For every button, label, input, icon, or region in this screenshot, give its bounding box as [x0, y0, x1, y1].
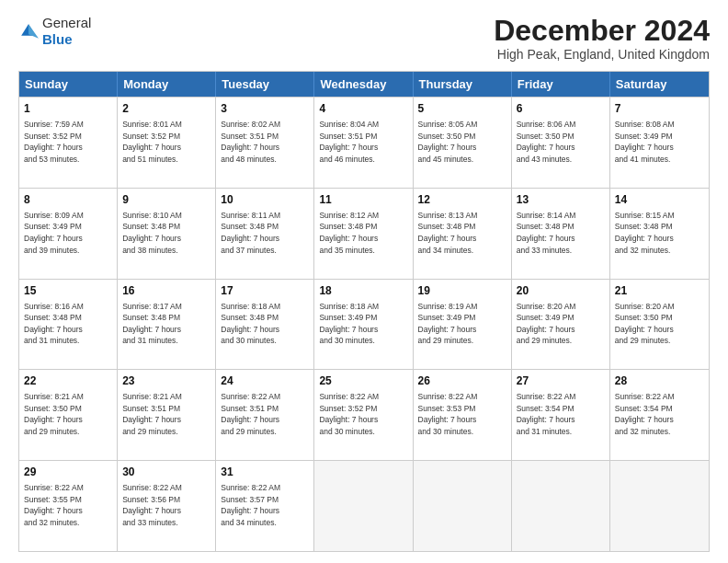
calendar-cell: 29 Sunrise: 8:22 AMSunset: 3:55 PMDaylig…: [19, 461, 118, 551]
cell-content: Sunrise: 8:08 AMSunset: 3:49 PMDaylight:…: [615, 120, 675, 164]
calendar-cell: 26 Sunrise: 8:22 AMSunset: 3:53 PMDaylig…: [414, 370, 512, 460]
calendar-body: 1 Sunrise: 7:59 AMSunset: 3:52 PMDayligh…: [19, 97, 709, 551]
day-number: 9: [122, 192, 210, 208]
calendar-cell: 17 Sunrise: 8:18 AMSunset: 3:48 PMDaylig…: [216, 280, 314, 370]
cell-content: Sunrise: 8:21 AMSunset: 3:50 PMDaylight:…: [24, 392, 84, 436]
cell-content: Sunrise: 8:22 AMSunset: 3:54 PMDaylight:…: [517, 392, 576, 436]
calendar-cell: 15 Sunrise: 8:16 AMSunset: 3:48 PMDaylig…: [19, 280, 118, 370]
cell-content: Sunrise: 8:02 AMSunset: 3:51 PMDaylight:…: [221, 120, 280, 164]
calendar-week-1: 8 Sunrise: 8:09 AMSunset: 3:49 PMDayligh…: [19, 188, 709, 279]
cell-content: Sunrise: 8:15 AMSunset: 3:48 PMDaylight:…: [615, 211, 675, 255]
logo: General Blue: [18, 15, 91, 48]
calendar-cell: 22 Sunrise: 8:21 AMSunset: 3:50 PMDaylig…: [19, 370, 118, 460]
cell-content: Sunrise: 8:06 AMSunset: 3:50 PMDaylight:…: [517, 120, 576, 164]
day-number: 31: [221, 465, 309, 480]
cell-content: Sunrise: 8:22 AMSunset: 3:54 PMDaylight:…: [615, 392, 675, 436]
cell-content: Sunrise: 8:22 AMSunset: 3:52 PMDaylight:…: [319, 392, 379, 436]
day-number: 16: [122, 283, 210, 299]
day-number: 6: [517, 101, 605, 117]
cell-content: Sunrise: 8:17 AMSunset: 3:48 PMDaylight:…: [122, 302, 182, 346]
day-number: 13: [517, 192, 605, 208]
cell-content: Sunrise: 8:19 AMSunset: 3:49 PMDaylight:…: [418, 302, 478, 346]
title-block: December 2024 High Peak, England, United…: [494, 15, 710, 62]
cell-content: Sunrise: 8:14 AMSunset: 3:48 PMDaylight:…: [517, 211, 576, 255]
cell-content: Sunrise: 8:22 AMSunset: 3:57 PMDaylight:…: [221, 483, 280, 527]
calendar-cell: [314, 461, 413, 551]
calendar-cell: 20 Sunrise: 8:20 AMSunset: 3:49 PMDaylig…: [512, 280, 610, 370]
calendar-cell: 11 Sunrise: 8:12 AMSunset: 3:48 PMDaylig…: [314, 189, 413, 279]
calendar-cell: 9 Sunrise: 8:10 AMSunset: 3:48 PMDayligh…: [118, 189, 216, 279]
calendar-cell: 7 Sunrise: 8:08 AMSunset: 3:49 PMDayligh…: [610, 98, 709, 188]
calendar-cell: 30 Sunrise: 8:22 AMSunset: 3:56 PMDaylig…: [118, 461, 216, 551]
header-sunday: Sunday: [19, 72, 118, 97]
cell-content: Sunrise: 8:09 AMSunset: 3:49 PMDaylight:…: [24, 211, 84, 255]
day-number: 26: [418, 373, 506, 389]
calendar-cell: 12 Sunrise: 8:13 AMSunset: 3:48 PMDaylig…: [414, 189, 512, 279]
day-number: 1: [24, 101, 112, 117]
calendar-cell: 3 Sunrise: 8:02 AMSunset: 3:51 PMDayligh…: [216, 98, 314, 188]
subtitle: High Peak, England, United Kingdom: [494, 47, 710, 62]
calendar-cell: 18 Sunrise: 8:18 AMSunset: 3:49 PMDaylig…: [314, 280, 413, 370]
day-number: 20: [517, 283, 605, 299]
day-number: 3: [221, 101, 309, 117]
day-number: 14: [615, 192, 704, 208]
day-number: 8: [24, 192, 112, 208]
calendar-cell: 13 Sunrise: 8:14 AMSunset: 3:48 PMDaylig…: [512, 189, 610, 279]
calendar-cell: 8 Sunrise: 8:09 AMSunset: 3:49 PMDayligh…: [19, 189, 118, 279]
cell-content: Sunrise: 8:21 AMSunset: 3:51 PMDaylight:…: [122, 392, 182, 436]
logo-icon: [18, 21, 39, 41]
day-number: 11: [319, 192, 407, 208]
calendar-week-2: 15 Sunrise: 8:16 AMSunset: 3:48 PMDaylig…: [19, 279, 709, 370]
cell-content: Sunrise: 7:59 AMSunset: 3:52 PMDaylight:…: [24, 120, 84, 164]
cell-content: Sunrise: 8:01 AMSunset: 3:52 PMDaylight:…: [122, 120, 182, 164]
cell-content: Sunrise: 8:05 AMSunset: 3:50 PMDaylight:…: [418, 120, 478, 164]
day-number: 24: [221, 373, 309, 389]
calendar-week-3: 22 Sunrise: 8:21 AMSunset: 3:50 PMDaylig…: [19, 369, 709, 460]
header-wednesday: Wednesday: [314, 72, 413, 97]
logo-blue: Blue: [42, 31, 73, 47]
cell-content: Sunrise: 8:12 AMSunset: 3:48 PMDaylight:…: [319, 211, 379, 255]
day-number: 5: [418, 101, 506, 117]
calendar-cell: 14 Sunrise: 8:15 AMSunset: 3:48 PMDaylig…: [610, 189, 709, 279]
calendar-cell: 28 Sunrise: 8:22 AMSunset: 3:54 PMDaylig…: [610, 370, 709, 460]
calendar-cell: 23 Sunrise: 8:21 AMSunset: 3:51 PMDaylig…: [118, 370, 216, 460]
header-saturday: Saturday: [610, 72, 709, 97]
day-number: 10: [221, 192, 309, 208]
day-number: 21: [615, 283, 704, 299]
cell-content: Sunrise: 8:11 AMSunset: 3:48 PMDaylight:…: [221, 211, 280, 255]
calendar-cell: 24 Sunrise: 8:22 AMSunset: 3:51 PMDaylig…: [216, 370, 314, 460]
cell-content: Sunrise: 8:22 AMSunset: 3:55 PMDaylight:…: [24, 483, 84, 527]
header: General Blue December 2024 High Peak, En…: [18, 15, 710, 62]
calendar-cell: 10 Sunrise: 8:11 AMSunset: 3:48 PMDaylig…: [216, 189, 314, 279]
calendar-week-4: 29 Sunrise: 8:22 AMSunset: 3:55 PMDaylig…: [19, 460, 709, 551]
calendar-cell: 2 Sunrise: 8:01 AMSunset: 3:52 PMDayligh…: [118, 98, 216, 188]
day-number: 28: [615, 373, 704, 389]
cell-content: Sunrise: 8:04 AMSunset: 3:51 PMDaylight:…: [319, 120, 379, 164]
cell-content: Sunrise: 8:10 AMSunset: 3:48 PMDaylight:…: [122, 211, 182, 255]
cell-content: Sunrise: 8:18 AMSunset: 3:48 PMDaylight:…: [221, 302, 280, 346]
day-number: 15: [24, 283, 112, 299]
calendar-cell: 31 Sunrise: 8:22 AMSunset: 3:57 PMDaylig…: [216, 461, 314, 551]
calendar-header: Sunday Monday Tuesday Wednesday Thursday…: [19, 72, 709, 97]
svg-marker-1: [28, 24, 39, 39]
calendar-cell: 19 Sunrise: 8:19 AMSunset: 3:49 PMDaylig…: [414, 280, 512, 370]
cell-content: Sunrise: 8:20 AMSunset: 3:50 PMDaylight:…: [615, 302, 675, 346]
day-number: 29: [24, 465, 112, 480]
calendar-cell: [610, 461, 709, 551]
calendar-cell: 25 Sunrise: 8:22 AMSunset: 3:52 PMDaylig…: [314, 370, 413, 460]
calendar-cell: 6 Sunrise: 8:06 AMSunset: 3:50 PMDayligh…: [512, 98, 610, 188]
day-number: 18: [319, 283, 407, 299]
calendar-cell: [414, 461, 512, 551]
header-thursday: Thursday: [414, 72, 512, 97]
header-monday: Monday: [118, 72, 216, 97]
day-number: 27: [517, 373, 605, 389]
day-number: 2: [122, 101, 210, 117]
cell-content: Sunrise: 8:13 AMSunset: 3:48 PMDaylight:…: [418, 211, 478, 255]
day-number: 19: [418, 283, 506, 299]
page: General Blue December 2024 High Peak, En…: [0, 0, 728, 563]
calendar-cell: 5 Sunrise: 8:05 AMSunset: 3:50 PMDayligh…: [414, 98, 512, 188]
day-number: 7: [615, 101, 704, 117]
logo-general: General: [42, 15, 91, 30]
calendar-week-0: 1 Sunrise: 7:59 AMSunset: 3:52 PMDayligh…: [19, 97, 709, 188]
calendar: Sunday Monday Tuesday Wednesday Thursday…: [18, 71, 710, 552]
